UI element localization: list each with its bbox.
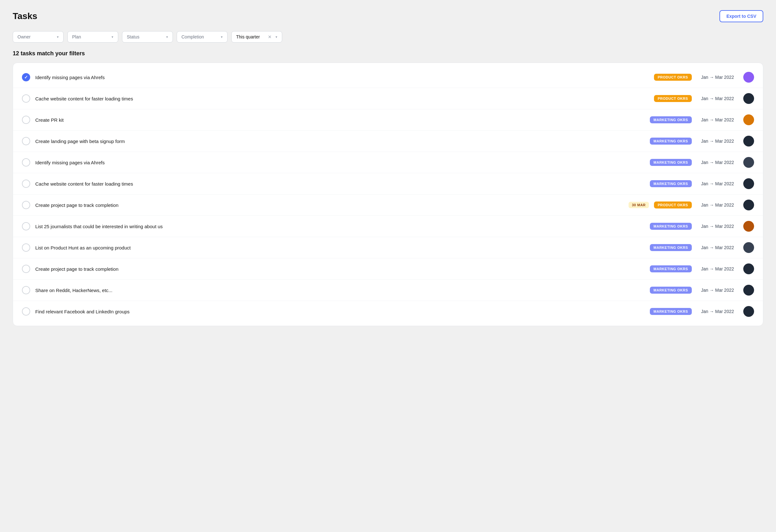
chevron-down-icon: ▾ <box>112 35 114 39</box>
task-date-range: Jan → Mar 2022 <box>697 139 738 144</box>
avatar[interactable] <box>743 263 754 274</box>
chevron-down-icon: ▾ <box>166 35 168 39</box>
page-header: Tasks Export to CSV <box>13 10 763 22</box>
filter-completion-label: Completion <box>181 34 218 39</box>
okr-badge[interactable]: MARKETING OKRS <box>650 265 692 273</box>
filter-status-label: Status <box>127 34 163 39</box>
chevron-down-icon: ▾ <box>221 35 223 39</box>
task-row: Create PR kitMARKETING OKRSJan → Mar 202… <box>13 109 763 131</box>
task-name: Cache website content for faster loading… <box>35 181 645 187</box>
page-title: Tasks <box>13 11 37 21</box>
avatar[interactable] <box>743 157 754 168</box>
task-date-range: Jan → Mar 2022 <box>697 181 738 186</box>
results-count: 12 tasks match your filters <box>13 50 763 57</box>
chevron-down-icon: ▾ <box>57 35 59 39</box>
task-checkbox[interactable] <box>22 201 30 209</box>
task-checkbox[interactable] <box>22 286 30 294</box>
task-row: Identify missing pages via AhrefsMARKETI… <box>13 152 763 173</box>
task-name: Create landing page with beta signup for… <box>35 139 645 144</box>
task-date-range: Jan → Mar 2022 <box>697 75 738 80</box>
task-name: Create project page to track completion <box>35 266 645 272</box>
task-date-range: Jan → Mar 2022 <box>697 309 738 314</box>
task-list: Identify missing pages via AhrefsPRODUCT… <box>13 62 763 326</box>
okr-badge[interactable]: MARKETING OKRS <box>650 138 692 145</box>
filter-plan[interactable]: Plan ▾ <box>67 31 118 43</box>
filter-completion[interactable]: Completion ▾ <box>177 31 227 43</box>
task-date-range: Jan → Mar 2022 <box>697 288 738 293</box>
filter-status[interactable]: Status ▾ <box>122 31 173 43</box>
filter-owner-label: Owner <box>17 34 54 39</box>
task-row: Share on Reddit, HackerNews, etc...MARKE… <box>13 280 763 301</box>
okr-badge[interactable]: MARKETING OKRS <box>650 244 692 251</box>
avatar[interactable] <box>743 72 754 82</box>
task-row: Cache website content for faster loading… <box>13 88 763 109</box>
avatar[interactable] <box>743 242 754 253</box>
task-checkbox[interactable] <box>22 137 30 145</box>
task-row: List on Product Hunt as an upcoming prod… <box>13 237 763 258</box>
task-name: Create project page to track completion <box>35 202 623 208</box>
avatar[interactable] <box>743 200 754 210</box>
avatar[interactable] <box>743 285 754 296</box>
task-date-range: Jan → Mar 2022 <box>697 266 738 272</box>
avatar[interactable] <box>743 221 754 232</box>
task-date-range: Jan → Mar 2022 <box>697 245 738 250</box>
task-checkbox[interactable] <box>22 307 30 316</box>
avatar[interactable] <box>743 93 754 104</box>
task-row: Create landing page with beta signup for… <box>13 131 763 152</box>
export-csv-button[interactable]: Export to CSV <box>720 10 763 22</box>
task-name: List on Product Hunt as an upcoming prod… <box>35 245 645 250</box>
avatar[interactable] <box>743 178 754 189</box>
task-checkbox[interactable] <box>22 95 30 103</box>
task-name: Identify missing pages via Ahrefs <box>35 75 649 80</box>
task-date-range: Jan → Mar 2022 <box>697 224 738 229</box>
task-name: Identify missing pages via Ahrefs <box>35 160 645 165</box>
task-checkbox[interactable] <box>22 158 30 167</box>
okr-badge[interactable]: MARKETING OKRS <box>650 223 692 230</box>
task-checkbox[interactable] <box>22 180 30 188</box>
task-name: Create PR kit <box>35 117 645 123</box>
okr-badge[interactable]: PRODUCT OKRS <box>654 95 692 102</box>
filter-plan-label: Plan <box>72 34 109 39</box>
filter-this-quarter-label: This quarter <box>236 34 265 39</box>
task-row: Identify missing pages via AhrefsPRODUCT… <box>13 67 763 88</box>
task-name: Cache website content for faster loading… <box>35 96 649 102</box>
task-name: List 25 journalists that could be intere… <box>35 224 645 229</box>
okr-badge[interactable]: MARKETING OKRS <box>650 116 692 123</box>
task-date-range: Jan → Mar 2022 <box>697 117 738 122</box>
task-checkbox[interactable] <box>22 243 30 252</box>
task-row: Find relevant Facebook and LinkedIn grou… <box>13 301 763 322</box>
avatar[interactable] <box>743 306 754 317</box>
task-row: Create project page to track completion3… <box>13 194 763 216</box>
task-date-range: Jan → Mar 2022 <box>697 96 738 101</box>
task-date-range: Jan → Mar 2022 <box>697 202 738 207</box>
avatar[interactable] <box>743 115 754 125</box>
task-row: Cache website content for faster loading… <box>13 173 763 194</box>
task-checkbox[interactable] <box>22 73 30 81</box>
task-date-range: Jan → Mar 2022 <box>697 160 738 165</box>
task-row: List 25 journalists that could be intere… <box>13 216 763 237</box>
okr-badge[interactable]: MARKETING OKRS <box>650 287 692 294</box>
okr-badge[interactable]: MARKETING OKRS <box>650 308 692 315</box>
task-name: Find relevant Facebook and LinkedIn grou… <box>35 309 645 314</box>
okr-badge[interactable]: PRODUCT OKRS <box>654 201 692 208</box>
okr-badge[interactable]: PRODUCT OKRS <box>654 74 692 81</box>
clear-filter-icon[interactable]: ✕ <box>268 34 272 39</box>
chevron-down-icon: ▾ <box>275 35 277 39</box>
due-date-badge: 30 MAR <box>628 202 648 208</box>
okr-badge[interactable]: MARKETING OKRS <box>650 180 692 187</box>
task-checkbox[interactable] <box>22 222 30 230</box>
filter-bar: Owner ▾ Plan ▾ Status ▾ Completion ▾ Thi… <box>13 31 763 43</box>
filter-this-quarter[interactable]: This quarter ✕ ▾ <box>231 31 282 43</box>
filter-owner[interactable]: Owner ▾ <box>13 31 63 43</box>
task-checkbox[interactable] <box>22 265 30 273</box>
okr-badge[interactable]: MARKETING OKRS <box>650 159 692 166</box>
task-name: Share on Reddit, HackerNews, etc... <box>35 288 645 293</box>
avatar[interactable] <box>743 136 754 147</box>
task-checkbox[interactable] <box>22 116 30 124</box>
task-row: Create project page to track completionM… <box>13 258 763 280</box>
